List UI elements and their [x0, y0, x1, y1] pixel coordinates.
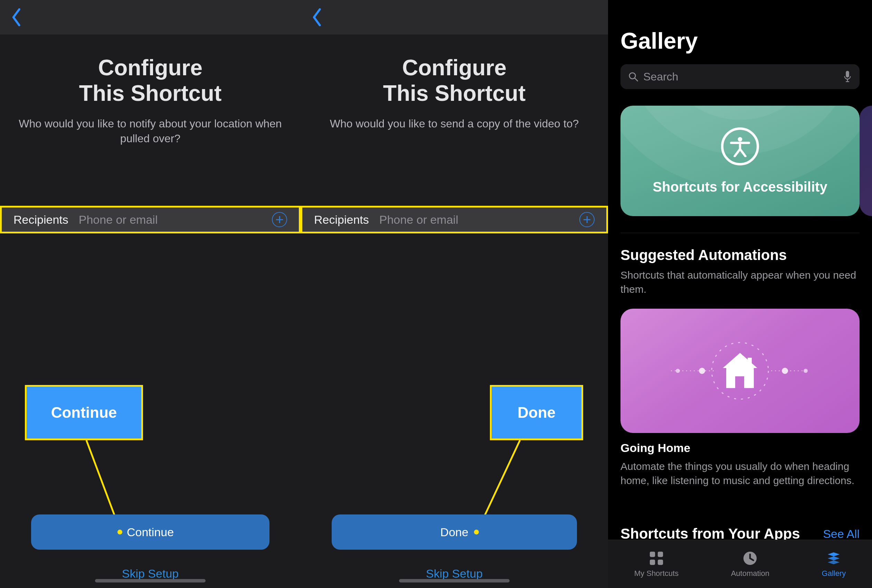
- continue-button-label: Continue: [127, 525, 174, 539]
- automation-icon: [742, 550, 758, 566]
- back-icon[interactable]: [11, 8, 23, 26]
- skip-setup-link[interactable]: Skip Setup: [301, 567, 608, 580]
- topbar: [0, 0, 301, 34]
- going-home-desc: Automate the things you usually do when …: [621, 459, 860, 488]
- annotation-dot: [474, 530, 479, 534]
- recipients-input[interactable]: [79, 213, 272, 226]
- back-icon[interactable]: [311, 8, 323, 26]
- annotation-dot: [117, 530, 122, 534]
- going-home-card[interactable]: [621, 309, 860, 433]
- recipients-row[interactable]: Recipients: [0, 206, 301, 233]
- see-all-link[interactable]: See All: [823, 527, 860, 541]
- add-recipient-icon[interactable]: [272, 212, 287, 227]
- gallery-title: Gallery: [621, 10, 860, 54]
- tab-label: My Shortcuts: [634, 569, 678, 578]
- configure-shortcut-panel-1: Configure This Shortcut Who would you li…: [0, 0, 301, 588]
- recipients-row[interactable]: Recipients: [301, 206, 608, 233]
- featured-card-peek[interactable]: [860, 106, 872, 216]
- recipients-input[interactable]: [379, 213, 579, 226]
- featured-cards-scroll[interactable]: Shortcuts for Accessibility: [621, 106, 860, 216]
- search-placeholder: Search: [643, 70, 843, 83]
- title-line-2: This Shortcut: [79, 81, 221, 106]
- tab-label: Gallery: [822, 569, 846, 578]
- add-recipient-icon[interactable]: [579, 212, 595, 227]
- continue-button[interactable]: Continue: [31, 514, 269, 550]
- svg-rect-4: [846, 71, 849, 77]
- tab-bar: My Shortcuts Automation Gallery: [608, 540, 872, 588]
- done-callout-label: Done: [517, 404, 556, 421]
- topbar: [301, 0, 608, 34]
- tab-label: Automation: [731, 569, 770, 578]
- grid-icon: [648, 550, 665, 566]
- search-icon: [628, 72, 639, 82]
- recipients-label: Recipients: [314, 213, 369, 226]
- skip-setup-link[interactable]: Skip Setup: [0, 567, 301, 580]
- done-button[interactable]: Done: [332, 514, 577, 550]
- svg-point-7: [738, 137, 743, 141]
- microphone-icon[interactable]: [843, 70, 852, 83]
- done-button-label: Done: [440, 525, 468, 539]
- tab-my-shortcuts[interactable]: My Shortcuts: [634, 550, 678, 578]
- suggested-automations-subtitle: Shortcuts that automatically appear when…: [621, 268, 860, 296]
- tab-automation[interactable]: Automation: [731, 550, 770, 578]
- svg-rect-20: [658, 560, 663, 564]
- configure-shortcut-panel-2: Configure This Shortcut Who would you li…: [301, 0, 608, 588]
- going-home-title: Going Home: [621, 441, 860, 455]
- home-indicator: [399, 579, 510, 582]
- gallery-icon: [826, 550, 842, 566]
- svg-rect-16: [748, 358, 752, 365]
- page-subtitle: Who would you like to send a copy of the…: [314, 116, 594, 131]
- suggested-automations-heading: Suggested Automations: [621, 247, 860, 264]
- svg-line-3: [634, 78, 637, 81]
- home-indicator: [95, 579, 206, 582]
- continue-callout-label: Continue: [51, 404, 117, 421]
- title-line-1: Configure: [402, 55, 507, 80]
- svg-rect-19: [650, 560, 655, 564]
- tab-gallery[interactable]: Gallery: [822, 550, 846, 578]
- accessibility-card-label: Shortcuts for Accessibility: [652, 179, 827, 195]
- page-subtitle: Who would you like to notify about your …: [14, 116, 287, 146]
- search-bar[interactable]: Search: [621, 64, 860, 89]
- gallery-panel: Gallery Search Shortcuts for Accessibili…: [608, 0, 872, 588]
- svg-rect-15: [735, 376, 744, 388]
- svg-rect-18: [658, 551, 663, 556]
- title-line-1: Configure: [98, 55, 203, 80]
- accessibility-card[interactable]: Shortcuts for Accessibility: [621, 106, 860, 216]
- accessibility-icon: [721, 128, 759, 165]
- page-title: Configure This Shortcut: [314, 55, 594, 106]
- title-line-2: This Shortcut: [383, 81, 525, 106]
- recipients-label: Recipients: [14, 213, 68, 226]
- svg-rect-17: [650, 551, 655, 556]
- page-title: Configure This Shortcut: [14, 55, 287, 106]
- done-callout-button[interactable]: Done: [490, 385, 583, 440]
- continue-callout-button[interactable]: Continue: [25, 385, 143, 440]
- home-card-graphic: [668, 326, 813, 416]
